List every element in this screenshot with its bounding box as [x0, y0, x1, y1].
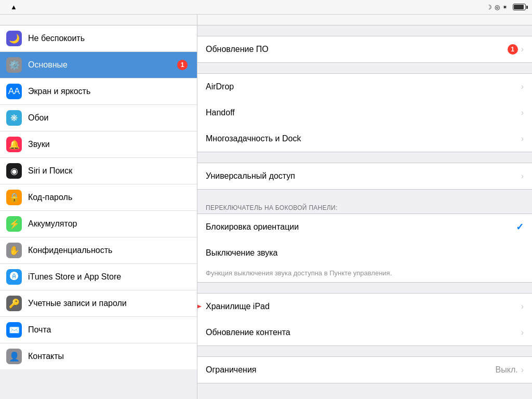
row-wrapper-software-update: Обновление ПО1›: [197, 36, 532, 62]
row-label-software-update: Обновление ПО: [206, 45, 508, 54]
section-header-group4: ПЕРЕКЛЮЧАТЕЛЬ НА БОКОВОЙ ПАНЕЛИ:: [197, 200, 532, 214]
row-label-orientation-lock: Блокировка ориентации: [206, 222, 516, 232]
mail-icon: ✉️: [6, 322, 22, 338]
do-not-disturb-icon: 🌙: [6, 31, 22, 46]
row-wrapper-accessibility: Универсальный доступ›: [197, 163, 532, 189]
settings-row-content-update[interactable]: Обновление контента›: [197, 320, 532, 345]
svg-marker-1: [197, 302, 202, 311]
settings-group-group1: Обновление ПО1›: [197, 36, 532, 63]
row-label-multitasking: Многозадачность и Dock: [206, 134, 521, 143]
row-wrapper-handoff: Handoff›: [197, 100, 532, 126]
settings-group-group6: ОграниченияВыкл.›: [197, 356, 532, 383]
right-panel: Обновление ПО1›AirDrop›Handoff›Многозада…: [197, 15, 532, 399]
sidebar-item-siri[interactable]: ◉Siri и Поиск: [0, 158, 197, 184]
moon-icon: ☽: [486, 4, 492, 11]
battery-icon: ⚡: [6, 216, 22, 232]
status-right: ☽ ◎ ✴: [486, 4, 526, 11]
row-wrapper-content-update: Обновление контента›: [197, 320, 532, 345]
sidebar-item-do-not-disturb[interactable]: 🌙Не беспокоить: [0, 25, 197, 52]
display-icon: AA: [6, 84, 22, 99]
row-badge-software-update: 1: [508, 44, 518, 55]
red-arrow: [197, 299, 203, 314]
row-label-handoff: Handoff: [206, 108, 521, 117]
sidebar-item-mail[interactable]: ✉️Почта: [0, 317, 197, 343]
sidebar-item-label-general: Основные: [28, 60, 177, 70]
sidebar-item-contacts[interactable]: 👤Контакты: [0, 343, 197, 369]
passcode-icon: 🔒: [6, 190, 22, 205]
row-wrapper-orientation-lock: Блокировка ориентации✓: [197, 214, 532, 240]
sidebar-item-label-passcode: Код-пароль: [28, 193, 191, 202]
location-icon: ◎: [495, 4, 500, 11]
row-label-content-update: Обновление контента: [206, 328, 521, 337]
row-label-accessibility: Универсальный доступ: [206, 171, 521, 181]
row-wrapper-ipad-storage: Хранилище iPad›: [197, 294, 532, 320]
row-footer-mute: Функция выключения звука доступна в Пунк…: [197, 266, 532, 282]
row-checkmark-orientation-lock: ✓: [516, 221, 524, 233]
sidebar-item-label-sounds: Звуки: [28, 140, 191, 149]
row-value-restrictions: Выкл.: [496, 365, 518, 375]
settings-row-handoff[interactable]: Handoff›: [197, 100, 532, 126]
sidebar-item-battery[interactable]: ⚡Аккумулятор: [0, 211, 197, 237]
sidebar-item-wallpaper[interactable]: ❋Обои: [0, 105, 197, 131]
battery-icon: [513, 4, 526, 10]
sidebar-header: [0, 15, 197, 25]
settings-row-orientation-lock[interactable]: Блокировка ориентации✓: [197, 214, 532, 240]
right-content: Обновление ПО1›AirDrop›Handoff›Многозада…: [197, 25, 532, 399]
sidebar-item-label-battery: Аккумулятор: [28, 219, 191, 229]
settings-row-software-update[interactable]: Обновление ПО1›: [197, 36, 532, 62]
sidebar-item-label-privacy: Конфиденциальность: [28, 246, 191, 255]
sidebar-item-label-siri: Siri и Поиск: [28, 166, 191, 176]
sidebar-badge-general: 1: [177, 60, 188, 70]
accounts-icon: 🔑: [6, 296, 22, 311]
contacts-icon: 👤: [6, 349, 22, 364]
bluetooth-icon: ✴: [502, 4, 508, 11]
row-chevron-content-update: ›: [521, 328, 524, 337]
row-label-airdrop: AirDrop: [206, 82, 521, 91]
row-wrapper-airdrop: AirDrop›: [197, 74, 532, 100]
row-wrapper-multitasking: Многозадачность и Dock›: [197, 126, 532, 152]
sidebar-item-privacy[interactable]: ✋Конфиденциальность: [0, 237, 197, 264]
settings-row-ipad-storage[interactable]: Хранилище iPad›: [197, 294, 532, 320]
row-chevron-handoff: ›: [521, 108, 524, 117]
sidebar-item-label-wallpaper: Обои: [28, 113, 191, 123]
sidebar-item-general[interactable]: ⚙️Основные1: [0, 52, 197, 78]
wifi-icon: ▲: [10, 3, 17, 11]
sidebar-item-label-mail: Почта: [28, 325, 191, 335]
settings-group-group5: Хранилище iPad›Обновление контента›: [197, 293, 532, 346]
siri-icon: ◉: [6, 163, 22, 179]
sidebar-item-passcode[interactable]: 🔒Код-пароль: [0, 184, 197, 211]
settings-row-accessibility[interactable]: Универсальный доступ›: [197, 163, 532, 189]
sidebar-item-itunes[interactable]: 🅐iTunes Store и App Store: [0, 264, 197, 290]
row-chevron-airdrop: ›: [521, 82, 524, 91]
itunes-icon: 🅐: [6, 269, 22, 285]
settings-group-group4: Блокировка ориентации✓Выключение звукаФу…: [197, 214, 532, 283]
row-chevron-accessibility: ›: [521, 171, 524, 181]
row-label-mute: Выключение звука: [206, 248, 524, 258]
sidebar-item-label-itunes: iTunes Store и App Store: [28, 272, 191, 282]
sounds-icon: 🔔: [6, 137, 22, 152]
row-label-restrictions: Ограничения: [206, 365, 496, 375]
row-wrapper-mute: Выключение звука: [197, 240, 532, 266]
row-wrapper-restrictions: ОграниченияВыкл.›: [197, 357, 532, 383]
sidebar-item-label-accounts: Учетные записи и пароли: [28, 299, 191, 308]
sidebar: 🌙Не беспокоить⚙️Основные1AAЭкран и яркос…: [0, 15, 197, 399]
settings-row-mute[interactable]: Выключение звука: [197, 240, 532, 266]
sidebar-item-label-contacts: Контакты: [28, 352, 191, 361]
row-chevron-multitasking: ›: [521, 134, 524, 143]
sidebar-item-accounts[interactable]: 🔑Учетные записи и пароли: [0, 290, 197, 317]
row-chevron-restrictions: ›: [521, 365, 524, 375]
settings-row-restrictions[interactable]: ОграниченияВыкл.›: [197, 357, 532, 383]
sidebar-item-label-do-not-disturb: Не беспокоить: [28, 34, 191, 43]
row-chevron-ipad-storage: ›: [521, 302, 524, 311]
sidebar-item-display[interactable]: AAЭкран и яркость: [0, 78, 197, 105]
sidebar-item-label-display: Экран и яркость: [28, 87, 191, 96]
privacy-icon: ✋: [6, 243, 22, 258]
sidebar-item-sounds[interactable]: 🔔Звуки: [0, 131, 197, 158]
settings-row-airdrop[interactable]: AirDrop›: [197, 74, 532, 100]
right-panel-header: [197, 15, 532, 25]
settings-row-multitasking[interactable]: Многозадачность и Dock›: [197, 126, 532, 152]
row-chevron-software-update: ›: [521, 45, 524, 54]
wallpaper-icon: ❋: [6, 110, 22, 126]
status-bar: ▲ ☽ ◎ ✴: [0, 0, 532, 15]
settings-group-group3: Универсальный доступ›: [197, 163, 532, 190]
